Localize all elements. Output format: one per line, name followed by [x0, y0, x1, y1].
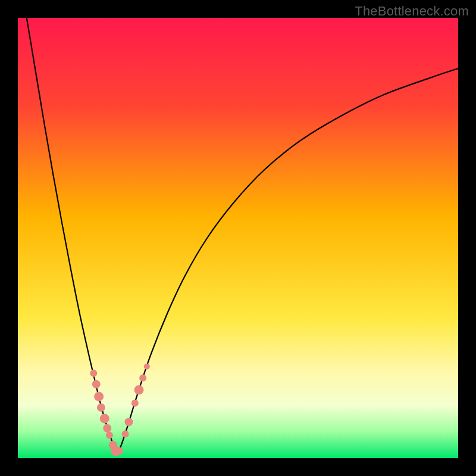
highlight-dot: [106, 432, 113, 439]
highlight-dot: [90, 369, 97, 377]
gradient-background: [18, 18, 458, 458]
highlight-dot: [131, 400, 139, 407]
plot-area: [18, 18, 458, 458]
highlight-dot: [103, 424, 111, 433]
highlight-dot: [134, 385, 144, 394]
highlight-dot: [94, 392, 104, 401]
chart-frame: TheBottleneck.com: [0, 0, 476, 476]
highlight-dot: [100, 414, 109, 423]
highlight-dot: [144, 364, 150, 369]
highlight-dot: [92, 380, 101, 389]
watermark-text: TheBottleneck.com: [355, 4, 469, 19]
highlight-dot: [97, 403, 105, 412]
highlight-dot: [122, 430, 129, 437]
highlight-dot: [114, 447, 123, 455]
highlight-dot: [139, 374, 146, 381]
highlight-dot: [124, 418, 133, 426]
chart-svg: [18, 18, 458, 458]
